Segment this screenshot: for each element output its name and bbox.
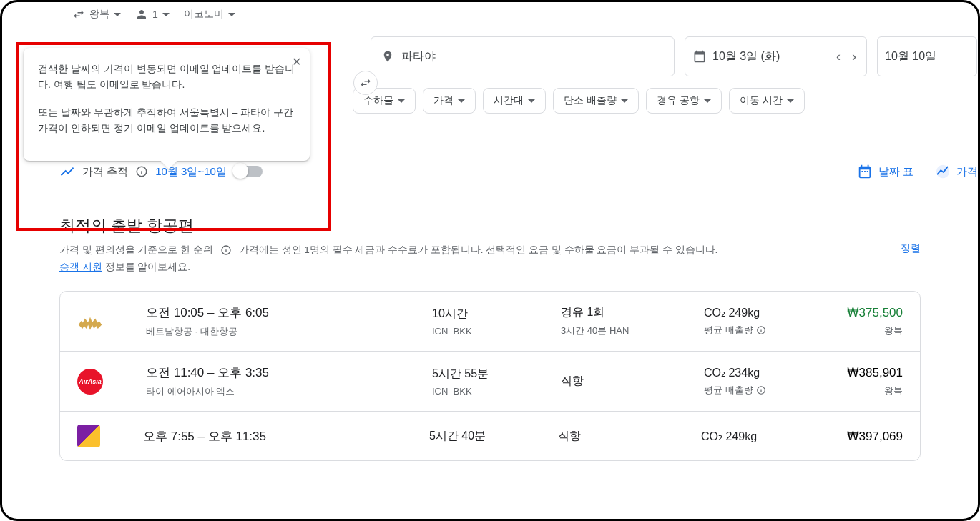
flight-co2: CO₂ 234kg	[704, 366, 825, 379]
tooltip-text-1: 검색한 날짜의 가격이 변동되면 이메일 업데이트를 받습니다. 여행 팁도 이…	[38, 61, 295, 93]
trip-type-selector[interactable]: 왕복	[72, 8, 121, 21]
flight-time: 오전 11:40 – 오후 3:35	[146, 364, 425, 381]
flight-type: 왕복	[833, 384, 903, 397]
return-date-text: 10월 10일	[885, 49, 936, 64]
swap-icon	[359, 76, 372, 89]
flight-co2: CO₂ 249kg	[704, 306, 825, 319]
cabin-selector[interactable]: 이코노미	[184, 8, 235, 21]
flight-row[interactable]: AirAsia 오전 11:40 – 오후 3:35 타이 에어아시아 엑스 5…	[60, 352, 920, 412]
airline-logo-nok	[77, 425, 100, 447]
flight-stops: 직항	[558, 429, 694, 444]
chevron-down-icon	[228, 13, 235, 16]
passengers-label: 1	[152, 9, 158, 20]
info-icon[interactable]	[135, 165, 148, 178]
chevron-down-icon	[787, 99, 794, 103]
chevron-down-icon	[114, 13, 121, 16]
depart-date-input[interactable]: 10월 3일 (화) ‹ ›	[685, 36, 867, 76]
assist-text: 정보를 알아보세요.	[102, 262, 190, 272]
price-track-label: 가격 추적	[82, 165, 128, 179]
cabin-label: 이코노미	[184, 8, 224, 21]
date-grid-link[interactable]: 날짜 표	[857, 164, 913, 179]
calendar-icon	[692, 49, 707, 64]
swap-locations-button[interactable]	[353, 71, 378, 95]
destination-input[interactable]: 파타야	[371, 36, 675, 76]
flight-duration: 10시간	[432, 307, 554, 322]
flight-price: ₩385,901	[833, 365, 903, 380]
passengers-selector[interactable]: 1	[135, 8, 170, 21]
destination-text: 파타야	[401, 49, 436, 64]
passenger-assist-link[interactable]: 승객 지원	[59, 262, 102, 272]
flight-route: ICN–BKK	[432, 326, 554, 337]
calendar-grid-icon	[857, 164, 873, 179]
chevron-down-icon	[621, 99, 628, 103]
chart-icon	[935, 164, 951, 179]
tooltip-text-2: 또는 날짜와 무관하게 추적하여 서울특별시 – 파타야 구간 가격이 인하되면…	[38, 104, 295, 137]
filter-airports[interactable]: 경유 공항	[646, 88, 722, 114]
flight-stops: 경유 1회	[561, 305, 697, 320]
results-sub-a: 가격 및 편의성을 기준으로 한 순위	[59, 244, 213, 257]
flight-row[interactable]: 오후 7:55 – 오후 11:35 5시간 40분 직항 CO₂ 249kg …	[60, 412, 920, 460]
info-icon[interactable]	[220, 244, 232, 256]
results-header: 최적의 출발 항공편 가격 및 편의성을 기준으로 한 순위 가격에는 성인 1…	[59, 215, 921, 274]
chevron-down-icon	[458, 99, 465, 103]
flight-route: ICN–BKK	[432, 386, 554, 397]
price-track-toggle[interactable]	[234, 166, 263, 177]
swap-horiz-icon	[72, 8, 85, 21]
flight-time: 오전 10:05 – 오후 6:05	[146, 304, 425, 321]
chevron-down-icon	[528, 99, 535, 103]
flight-stops: 직항	[561, 374, 697, 389]
flight-row[interactable]: 오전 10:05 – 오후 6:05 베트남항공 · 대한항공 10시간 ICN…	[60, 292, 920, 352]
return-date-input[interactable]: 10월 10일	[877, 36, 977, 76]
filter-duration[interactable]: 이동 시간	[729, 88, 805, 114]
price-track-row: 가격 추적 10월 3일~10일 날짜 표 가격	[59, 164, 921, 179]
flight-price: ₩397,069	[830, 429, 903, 444]
info-icon[interactable]	[756, 325, 766, 335]
filter-emissions[interactable]: 탄소 배출량	[553, 88, 639, 114]
filter-row: 수하물 가격 시간대 탄소 배출량 경유 공항 이동 시간	[353, 88, 921, 114]
flight-airline: 타이 에어아시아 엑스	[146, 385, 425, 398]
flight-airline: 베트남항공 · 대한항공	[146, 325, 425, 338]
trip-settings: 왕복 1 이코노미	[59, 2, 921, 24]
next-date-button[interactable]: ›	[849, 49, 859, 64]
chevron-down-icon	[704, 99, 711, 103]
person-icon	[135, 8, 148, 21]
trip-type-label: 왕복	[89, 8, 109, 21]
flight-avg: 평균 배출량	[704, 384, 753, 397]
prev-date-button[interactable]: ‹	[833, 49, 843, 64]
chevron-down-icon	[398, 99, 405, 103]
trending-icon	[59, 164, 75, 179]
filter-price[interactable]: 가격	[423, 88, 476, 114]
info-icon[interactable]	[756, 385, 766, 395]
airline-logo-airasia: AirAsia	[77, 369, 103, 395]
airline-logo-vn	[77, 309, 103, 334]
flight-co2: CO₂ 249kg	[701, 430, 823, 443]
close-tooltip-button[interactable]: ✕	[292, 55, 301, 69]
flight-price: ₩375,500	[833, 305, 903, 320]
flight-duration: 5시간 40분	[429, 429, 551, 444]
sort-button[interactable]: 정렬	[901, 242, 921, 255]
filter-times[interactable]: 시간대	[483, 88, 546, 114]
flight-type: 왕복	[833, 324, 903, 337]
depart-date-text: 10월 3일 (화)	[712, 49, 780, 64]
results-title: 최적의 출발 항공편	[59, 215, 921, 237]
flight-time: 오후 7:55 – 오후 11:35	[143, 428, 422, 445]
flight-list: 오전 10:05 – 오후 6:05 베트남항공 · 대한항공 10시간 ICN…	[59, 291, 921, 461]
price-graph-link[interactable]: 가격	[935, 164, 978, 179]
chevron-down-icon	[162, 13, 170, 16]
flight-layover: 3시간 40분 HAN	[561, 324, 697, 337]
results-sub-b: 가격에는 성인 1명의 필수 세금과 수수료가 포함됩니다. 선택적인 요금 및…	[239, 244, 718, 257]
place-icon	[381, 50, 394, 63]
price-track-tooltip: ✕ 검색한 날짜의 가격이 변동되면 이메일 업데이트를 받습니다. 여행 팁도…	[24, 48, 310, 161]
flight-avg: 평균 배출량	[704, 324, 753, 337]
flight-duration: 5시간 55분	[432, 367, 554, 382]
